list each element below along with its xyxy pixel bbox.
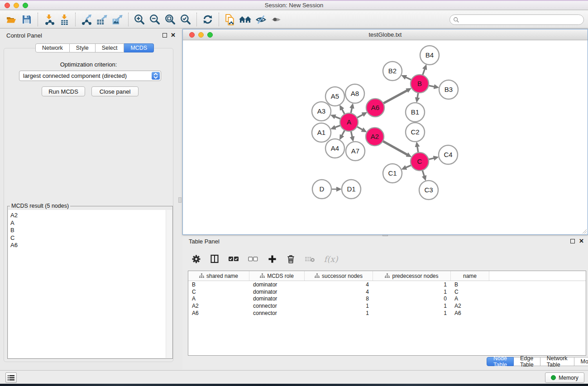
column-header[interactable]: MCDS role xyxy=(249,271,305,281)
open-session-button[interactable] xyxy=(4,12,19,27)
node-table[interactable]: shared nameMCDS rolesuccessor nodesprede… xyxy=(188,271,586,356)
table-row[interactable]: A6connector11A6 xyxy=(188,310,586,317)
save-session-button[interactable] xyxy=(19,12,34,27)
mcds-result-item[interactable]: A xyxy=(10,219,172,227)
table-row[interactable]: Bdominator41B xyxy=(188,281,586,288)
export-image-icon xyxy=(111,14,123,25)
close-panel-button[interactable]: Close panel xyxy=(91,86,139,96)
splitter-handle[interactable] xyxy=(178,197,182,203)
graph-node-label: A3 xyxy=(317,107,325,115)
mcds-result-groupbox: MCDS result (5 nodes) A2ABCA6 xyxy=(7,206,173,359)
table-options-gear-button[interactable] xyxy=(191,252,201,266)
zoom-out-icon xyxy=(149,14,161,25)
status-bar: Memory xyxy=(0,370,588,384)
graph-node-label: D1 xyxy=(347,185,355,193)
tab-mcds[interactable]: MCDS xyxy=(124,43,154,52)
delete-table-button[interactable] xyxy=(304,252,316,266)
table-cell: B xyxy=(451,281,489,288)
zoom-out-button[interactable] xyxy=(147,12,163,27)
mcds-result-item[interactable]: A2 xyxy=(10,212,172,219)
network-graph[interactable]: AA2A6BCA1A3A4A5A7A8B1B2B3B4C1C2C3C4DD1 xyxy=(183,40,588,234)
save-icon xyxy=(21,14,32,25)
show-graphics-details-button[interactable] xyxy=(268,12,284,27)
table-body: Bdominator41BCdominator41CAdominator80AA… xyxy=(188,281,586,316)
import-table-icon xyxy=(59,14,70,25)
checkboxes-checked-icon xyxy=(228,256,239,262)
home-layouts-button[interactable] xyxy=(238,12,253,27)
mcds-result-item[interactable]: A6 xyxy=(10,242,172,249)
column-header[interactable]: shared name xyxy=(188,271,249,281)
zoom-selected-button[interactable] xyxy=(178,12,193,27)
task-history-button[interactable] xyxy=(5,372,17,383)
export-table-button[interactable] xyxy=(94,12,110,27)
refresh-icon xyxy=(202,14,214,25)
import-network-button[interactable] xyxy=(41,12,57,27)
network-window-titlebar[interactable]: testGlobe.txt xyxy=(183,29,588,40)
houses-icon xyxy=(239,14,252,25)
desktop-background-strip xyxy=(0,384,588,386)
memory-button[interactable]: Memory xyxy=(545,372,584,383)
tab-node-table[interactable]: Node Table xyxy=(487,357,514,366)
attribute-type-icon xyxy=(199,273,204,278)
function-builder-button[interactable]: f(x) xyxy=(323,252,339,266)
graph-node-label: C3 xyxy=(424,186,433,194)
search-box[interactable] xyxy=(449,14,584,25)
table-row[interactable]: Adominator80A xyxy=(188,295,586,302)
table-row[interactable]: Cdominator41C xyxy=(188,288,586,295)
mcds-result-item[interactable]: C xyxy=(10,234,172,242)
export-table-icon xyxy=(96,14,108,25)
table-cell: dominator xyxy=(249,288,305,295)
tab-edge-table[interactable]: Edge Table xyxy=(514,357,540,366)
table-cell: 1 xyxy=(305,310,373,317)
network-document-share-button[interactable] xyxy=(222,12,238,27)
refresh-view-button[interactable] xyxy=(200,12,215,27)
tab-network[interactable]: Network xyxy=(35,43,70,52)
table-cell: 1 xyxy=(305,302,373,310)
mcds-result-list[interactable]: A2ABCA6 xyxy=(8,210,172,358)
mcds-result-title: MCDS result (5 nodes) xyxy=(10,203,70,209)
table-panel: Table Panel ✕ xyxy=(182,236,588,369)
export-image-button[interactable] xyxy=(110,12,125,27)
tab-select[interactable]: Select xyxy=(96,43,124,52)
run-mcds-button[interactable]: Run MCDS xyxy=(42,86,85,96)
scrollbar[interactable] xyxy=(166,210,172,358)
zoom-in-icon xyxy=(134,14,145,25)
close-panel-icon[interactable]: ✕ xyxy=(171,32,176,38)
resize-grip-icon[interactable] xyxy=(582,229,587,234)
graph-node-label: C xyxy=(417,157,422,165)
table-cell: 1 xyxy=(373,288,451,295)
column-selector-button[interactable] xyxy=(209,252,220,266)
document-share-icon xyxy=(224,14,236,26)
table-cell: A2 xyxy=(451,302,489,310)
zoom-fit-button[interactable] xyxy=(163,12,178,27)
table-row[interactable]: A2connector11A2 xyxy=(188,302,586,310)
table-cell: A6 xyxy=(188,310,249,317)
list-icon xyxy=(8,375,14,381)
network-canvas[interactable]: AA2A6BCA1A3A4A5A7A8B1B2B3B4C1C2C3C4DD1 xyxy=(183,40,588,234)
column-header[interactable]: predecessor nodes xyxy=(373,271,451,281)
eye-slash-icon xyxy=(255,14,267,25)
zoom-in-button[interactable] xyxy=(132,12,147,27)
column-header[interactable]: name xyxy=(451,271,489,281)
tab-motifs[interactable]: Motifs xyxy=(574,357,588,366)
select-all-rows-button[interactable] xyxy=(228,252,239,266)
column-header[interactable]: successor nodes xyxy=(305,271,373,281)
graph-node-label: A8 xyxy=(351,90,359,97)
search-input[interactable] xyxy=(459,16,583,24)
session-title: Session: New Session xyxy=(0,2,588,9)
float-panel-icon[interactable] xyxy=(163,33,167,38)
criterion-dropdown[interactable]: largest connected component (directed) xyxy=(19,71,161,81)
delete-column-button[interactable] xyxy=(285,252,296,266)
add-column-button[interactable] xyxy=(267,252,277,266)
float-panel-icon[interactable] xyxy=(570,239,575,243)
close-panel-icon[interactable]: ✕ xyxy=(579,238,584,244)
tab-style[interactable]: Style xyxy=(70,43,96,52)
graph-node-label: C2 xyxy=(411,128,419,136)
export-network-button[interactable] xyxy=(79,12,94,27)
deselect-all-rows-button[interactable] xyxy=(247,252,259,266)
mcds-result-item[interactable]: B xyxy=(10,227,172,234)
search-icon xyxy=(453,17,459,23)
import-table-button[interactable] xyxy=(57,12,72,27)
tab-network-table[interactable]: Network Table xyxy=(540,357,574,366)
hide-graphics-details-button[interactable] xyxy=(253,12,268,27)
